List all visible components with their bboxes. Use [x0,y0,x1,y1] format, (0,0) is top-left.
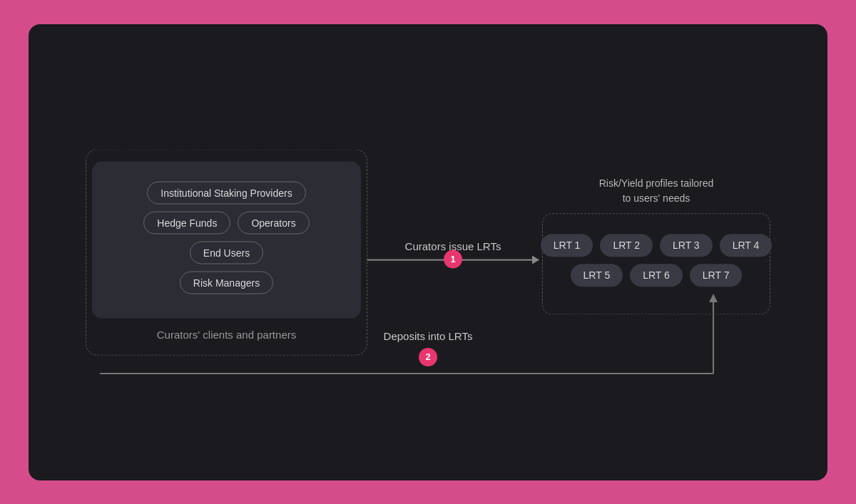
pill-end-users: End Users [190,241,263,264]
deposits-label: Deposits into LRTs [384,330,473,342]
step-2-badge: 2 [419,348,437,366]
pill-institutional: Institutional Staking Providers [147,181,305,204]
step-1-badge: 1 [444,250,462,268]
lrt-row-1: LRT 1 LRT 2 LRT 3 LRT 4 [560,234,753,257]
lrt-3: LRT 3 [660,234,713,257]
pills-row-1: Institutional Staking Providers [109,181,344,204]
lrt-outer-box: LRT 1 LRT 2 LRT 3 LRT 4 LRT 5 LRT 6 LRT … [542,213,770,314]
pill-hedge-funds: Hedge Funds [143,211,230,234]
lrt-1: LRT 1 [541,234,593,257]
clients-outer-box: Institutional Staking Providers Hedge Fu… [86,149,367,355]
lrt-4: LRT 4 [720,234,773,257]
lrt-7: LRT 7 [690,264,743,287]
right-panel: Risk/Yield profiles tailored to users' n… [542,176,770,314]
pills-row-2: Hedge Funds Operators End Users [109,211,344,264]
lrt-5: LRT 5 [571,264,623,287]
pills-row-3: Risk Managers [109,271,344,294]
lrt-row-2: LRT 5 LRT 6 LRT 7 [560,264,753,287]
lrt-6: LRT 6 [630,264,683,287]
middle-flow: Curators issue LRTs 1 [367,240,539,260]
pill-operators: Operators [238,211,309,234]
curators-inner-box: Institutional Staking Providers Hedge Fu… [92,161,361,318]
bottom-flow: Deposits into LRTs 2 [29,330,827,366]
risk-yield-label: Risk/Yield profiles tailored to users' n… [542,176,770,206]
left-panel: Institutional Staking Providers Hedge Fu… [86,149,367,355]
lrt-2: LRT 2 [600,234,653,257]
pill-risk-managers: Risk Managers [180,271,273,294]
main-container: Institutional Staking Providers Hedge Fu… [29,24,827,480]
